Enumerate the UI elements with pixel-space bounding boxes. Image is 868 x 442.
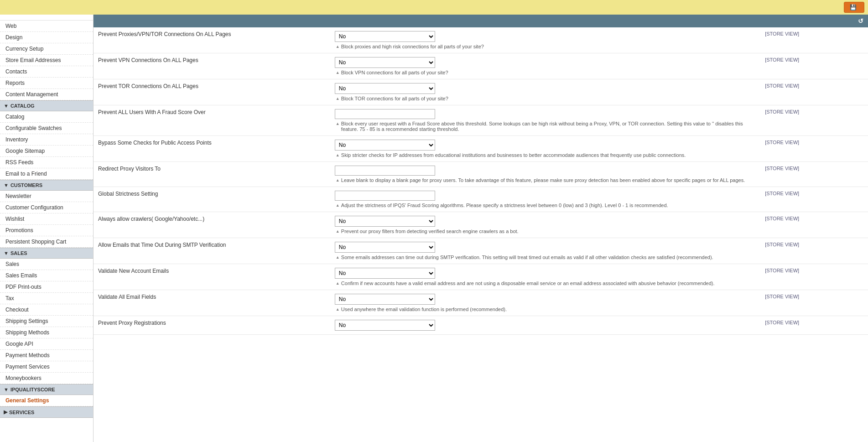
- sidebar-item-web[interactable]: Web: [0, 21, 93, 32]
- settings-input-cell-allow_timed_out_emails: NoYesSome emails addresses can time out …: [330, 238, 760, 264]
- sidebar-catalog-items: Catalog Configurable Swatches Inventory …: [0, 111, 93, 180]
- settings-select-allow_crawlers[interactable]: NoYes: [335, 216, 435, 227]
- sidebar-item-pdf-printouts[interactable]: PDF Print-outs: [0, 281, 93, 293]
- settings-label-bypass_public_access: Bypass Some Checks for Public Access Poi…: [94, 136, 330, 162]
- settings-row-prevent_fraud_score: Prevent ALL Users With A Fraud Score Ove…: [94, 105, 868, 136]
- services-label: SERVICES: [9, 410, 34, 415]
- settings-input-prevent_fraud_score[interactable]: [335, 109, 435, 119]
- settings-select-prevent_vpn[interactable]: NoYes: [335, 57, 435, 68]
- sidebar-item-payment-services[interactable]: Payment Services: [0, 361, 93, 373]
- settings-store-view-bypass_public_access[interactable]: [STORE VIEW]: [760, 136, 868, 162]
- section-refresh-icon[interactable]: ↺: [858, 17, 863, 25]
- settings-row-prevent_proxies_vpn_tor: Prevent Proxies/VPN/TOR Connections On A…: [94, 27, 868, 53]
- sidebar-item-design[interactable]: Design: [0, 32, 93, 43]
- customers-label: CUSTOMERS: [10, 182, 42, 188]
- settings-row-allow_timed_out_emails: Allow Emails that Time Out During SMTP V…: [94, 238, 868, 264]
- sidebar-section-sales[interactable]: ▼ SALES: [0, 248, 93, 259]
- sidebar-item-sales[interactable]: Sales: [0, 259, 93, 270]
- settings-select-validate_all_email_fields[interactable]: NoYes: [335, 294, 435, 305]
- settings-row-global_strictness: Global Strictness SettingAdjust the stri…: [94, 187, 868, 212]
- settings-select-allow_timed_out_emails[interactable]: NoYes: [335, 242, 435, 253]
- sidebar-item-configurable-swatches[interactable]: Configurable Swatches: [0, 123, 93, 134]
- settings-table: Prevent Proxies/VPN/TOR Connections On A…: [94, 27, 868, 335]
- settings-input-cell-bypass_public_access: NoYesSkip stricter checks for IP address…: [330, 136, 760, 162]
- settings-store-view-prevent_proxies_vpn_tor[interactable]: [STORE VIEW]: [760, 27, 868, 53]
- settings-label-validate_all_email_fields: Validate All Email Fields: [94, 290, 330, 316]
- settings-input-global_strictness[interactable]: [335, 191, 435, 201]
- sidebar-section-ipqualityscore[interactable]: ▼ IPQUALITYSCORE: [0, 384, 93, 395]
- settings-store-view-prevent_vpn[interactable]: [STORE VIEW]: [760, 53, 868, 79]
- sidebar-item-content-management[interactable]: Content Management: [0, 89, 93, 100]
- save-config-button[interactable]: 💾: [844, 2, 864, 13]
- settings-hint-allow_crawlers: Prevent our proxy filters from detecting…: [335, 229, 756, 234]
- settings-label-prevent_fraud_score: Prevent ALL Users With A Fraud Score Ove…: [94, 105, 330, 136]
- settings-row-prevent_tor: Prevent TOR Connections On ALL PagesNoYe…: [94, 79, 868, 105]
- sidebar-item-tax[interactable]: Tax: [0, 293, 93, 304]
- settings-store-view-validate_all_email_fields[interactable]: [STORE VIEW]: [760, 290, 868, 316]
- sidebar-item-email-to-friend[interactable]: Email to a Friend: [0, 168, 93, 180]
- settings-label-prevent_tor: Prevent TOR Connections On ALL Pages: [94, 79, 330, 105]
- settings-store-view-redirect_proxy[interactable]: [STORE VIEW]: [760, 162, 868, 187]
- settings-store-view-prevent_proxy_registrations[interactable]: [STORE VIEW]: [760, 316, 868, 335]
- sidebar-item-payment-methods[interactable]: Payment Methods: [0, 350, 93, 361]
- sidebar-section-catalog[interactable]: ▼ CATALOG: [0, 100, 93, 111]
- settings-store-view-allow_crawlers[interactable]: [STORE VIEW]: [760, 212, 868, 238]
- sidebar-item-currency-setup[interactable]: Currency Setup: [0, 43, 93, 55]
- settings-store-view-global_strictness[interactable]: [STORE VIEW]: [760, 187, 868, 212]
- settings-store-view-prevent_fraud_score[interactable]: [STORE VIEW]: [760, 105, 868, 136]
- settings-select-prevent_tor[interactable]: NoYes: [335, 83, 435, 94]
- settings-input-cell-global_strictness: Adjust the strictness of IPQS' Fraud Sco…: [330, 187, 760, 212]
- settings-store-view-validate_new_account_emails[interactable]: [STORE VIEW]: [760, 264, 868, 290]
- settings-hint-redirect_proxy: Leave blank to display a blank page for …: [335, 177, 756, 183]
- settings-input-cell-prevent_proxy_registrations: NoYes: [330, 316, 760, 335]
- settings-row-allow_crawlers: Always allow crawlers( Google/Yahoo/etc.…: [94, 212, 868, 238]
- sidebar-item-promotions[interactable]: Promotions: [0, 225, 93, 236]
- settings-row-validate_new_account_emails: Validate New Account EmailsNoYesConfirm …: [94, 264, 868, 290]
- sales-expand-icon: ▼: [4, 250, 9, 256]
- settings-select-prevent_proxy_registrations[interactable]: NoYes: [335, 320, 435, 331]
- settings-hint-prevent_fraud_score: Block every user request with a Fraud Sc…: [335, 121, 756, 132]
- sidebar-item-rss-feeds[interactable]: RSS Feeds: [0, 157, 93, 168]
- ipqs-settings-header: ↺: [94, 15, 868, 27]
- sidebar-item-contacts[interactable]: Contacts: [0, 66, 93, 78]
- settings-hint-global_strictness: Adjust the strictness of IPQS' Fraud Sco…: [335, 203, 756, 208]
- settings-label-prevent_vpn: Prevent VPN Connections On ALL Pages: [94, 53, 330, 79]
- settings-label-prevent_proxies_vpn_tor: Prevent Proxies/VPN/TOR Connections On A…: [94, 27, 330, 53]
- sidebar-item-checkout[interactable]: Checkout: [0, 304, 93, 316]
- settings-hint-allow_timed_out_emails: Some emails addresses can time out durin…: [335, 255, 756, 260]
- settings-row-bypass_public_access: Bypass Some Checks for Public Access Poi…: [94, 136, 868, 162]
- sidebar-item-google-api[interactable]: Google API: [0, 338, 93, 350]
- sidebar-item-moneybookers[interactable]: Moneybookers: [0, 373, 93, 384]
- sidebar-item-catalog[interactable]: Catalog: [0, 111, 93, 123]
- sidebar-item-reports[interactable]: Reports: [0, 78, 93, 89]
- settings-input-cell-validate_new_account_emails: NoYesConfirm if new accounts have a vali…: [330, 264, 760, 290]
- settings-hint-prevent_proxies_vpn_tor: Block proxies and high risk connections …: [335, 44, 756, 49]
- settings-input-cell-allow_crawlers: NoYesPrevent our proxy filters from dete…: [330, 212, 760, 238]
- settings-store-view-prevent_tor[interactable]: [STORE VIEW]: [760, 79, 868, 105]
- settings-label-allow_timed_out_emails: Allow Emails that Time Out During SMTP V…: [94, 238, 330, 264]
- settings-row-validate_all_email_fields: Validate All Email FieldsNoYesUsed anywh…: [94, 290, 868, 316]
- settings-input-cell-validate_all_email_fields: NoYesUsed anywhere the email validation …: [330, 290, 760, 316]
- sidebar-item-wishlist[interactable]: Wishlist: [0, 213, 93, 225]
- settings-input-cell-prevent_vpn: NoYesBlock VPN connections for all parts…: [330, 53, 760, 79]
- sidebar-item-shipping-methods[interactable]: Shipping Methods: [0, 327, 93, 338]
- settings-input-cell-prevent_proxies_vpn_tor: NoYesBlock proxies and high risk connect…: [330, 27, 760, 53]
- settings-select-validate_new_account_emails[interactable]: NoYes: [335, 268, 435, 279]
- sidebar-section-general: Web Design Currency Setup Store Email Ad…: [0, 21, 93, 100]
- settings-select-prevent_proxies_vpn_tor[interactable]: NoYes: [335, 31, 435, 42]
- settings-select-bypass_public_access[interactable]: NoYes: [335, 140, 435, 151]
- sidebar-item-newsletter[interactable]: Newsletter: [0, 191, 93, 202]
- sidebar-section-customers[interactable]: ▼ CUSTOMERS: [0, 180, 93, 191]
- sidebar-item-general-settings[interactable]: General Settings: [0, 395, 93, 406]
- sidebar-item-inventory[interactable]: Inventory: [0, 134, 93, 146]
- sidebar-item-google-sitemap[interactable]: Google Sitemap: [0, 146, 93, 157]
- sidebar-section-services[interactable]: ▶ SERVICES: [0, 406, 93, 418]
- settings-label-validate_new_account_emails: Validate New Account Emails: [94, 264, 330, 290]
- sidebar-item-customer-configuration[interactable]: Customer Configuration: [0, 202, 93, 213]
- sidebar-item-sales-emails[interactable]: Sales Emails: [0, 270, 93, 281]
- sidebar-item-shipping-settings[interactable]: Shipping Settings: [0, 316, 93, 327]
- sidebar-item-store-email-addresses[interactable]: Store Email Addresses: [0, 55, 93, 66]
- sidebar-item-persistent-shopping-cart[interactable]: Persistent Shopping Cart: [0, 236, 93, 248]
- settings-input-redirect_proxy[interactable]: [335, 166, 435, 176]
- settings-store-view-allow_timed_out_emails[interactable]: [STORE VIEW]: [760, 238, 868, 264]
